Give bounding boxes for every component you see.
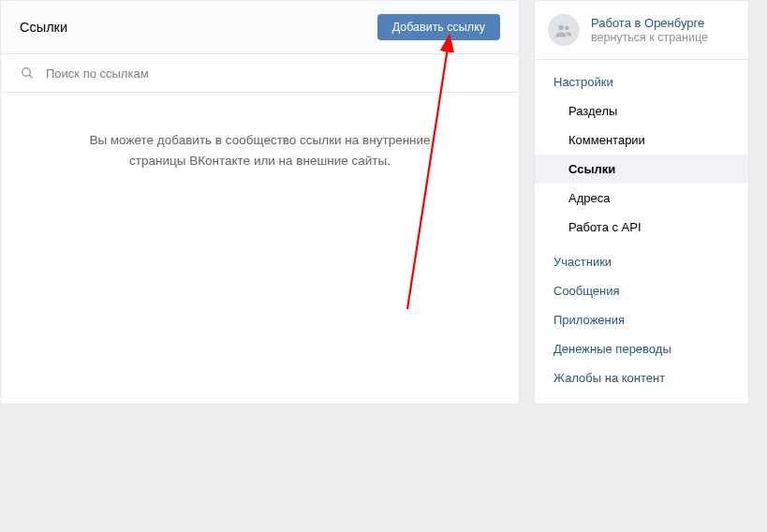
main-panel: Ссылки Добавить ссылку Вы можете добавит… [0, 0, 520, 405]
main-header: Ссылки Добавить ссылку [1, 1, 519, 54]
nav-messages[interactable]: Сообщения [535, 276, 748, 305]
nav-comments[interactable]: Комментарии [535, 126, 748, 155]
search-input[interactable] [46, 66, 500, 81]
sidebar-header[interactable]: Работа в Оренбурге вернуться к странице [535, 1, 748, 60]
back-to-page-link[interactable]: вернуться к странице [591, 31, 708, 44]
search-icon [20, 66, 35, 81]
svg-point-0 [22, 68, 31, 77]
nav-members[interactable]: Участники [535, 247, 748, 276]
svg-point-3 [565, 26, 568, 30]
nav-addresses[interactable]: Адреса [535, 184, 748, 213]
empty-state: Вы можете добавить в сообщество ссылки н… [1, 93, 519, 227]
empty-text-line1: Вы можете добавить в сообщество ссылки н… [48, 130, 472, 151]
nav-settings[interactable]: Настройки [535, 67, 748, 96]
empty-text-line2: страницы ВКонтакте или на внешние сайты. [48, 151, 472, 171]
nav-complaints[interactable]: Жалобы на контент [535, 363, 748, 392]
sidebar-nav: Настройки Разделы Комментарии Ссылки Адр… [535, 60, 748, 392]
nav-api[interactable]: Работа с API [535, 213, 748, 242]
nav-links[interactable]: Ссылки [535, 155, 748, 184]
add-link-button[interactable]: Добавить ссылку [377, 14, 500, 40]
search-bar [1, 54, 519, 93]
sidebar: Работа в Оренбурге вернуться к странице … [534, 0, 749, 405]
page-title: Ссылки [20, 20, 67, 35]
community-name[interactable]: Работа в Оренбурге [591, 16, 708, 30]
svg-line-1 [29, 75, 32, 78]
community-info: Работа в Оренбурге вернуться к странице [591, 16, 708, 44]
nav-sections[interactable]: Разделы [535, 96, 748, 126]
nav-transfers[interactable]: Денежные переводы [535, 334, 748, 363]
community-avatar [548, 14, 580, 46]
nav-apps[interactable]: Приложения [535, 305, 748, 334]
svg-point-2 [558, 25, 563, 30]
